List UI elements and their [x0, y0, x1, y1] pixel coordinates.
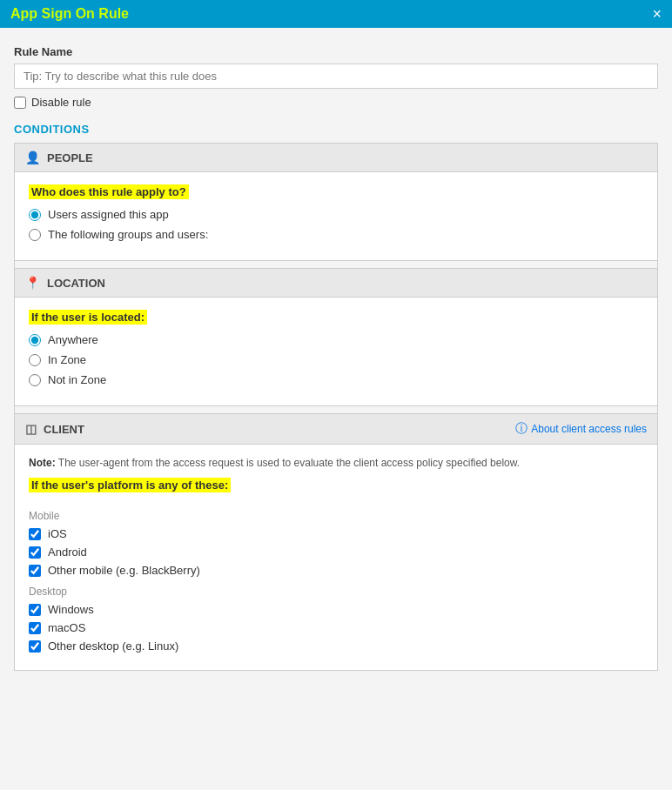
disable-rule-row: Disable rule [14, 96, 658, 109]
rule-name-input[interactable] [14, 64, 658, 89]
checkbox-other-desktop-label[interactable]: Other desktop (e.g. Linux) [48, 639, 178, 653]
radio-users-assigned[interactable] [29, 209, 41, 221]
radio-groups-users-label[interactable]: The following groups and users: [48, 228, 208, 241]
client-icon: ◫ [25, 422, 37, 436]
radio-option-not-in-zone: Not in Zone [29, 373, 643, 386]
client-section-header: ◫ CLIENT ⓘ About client access rules [15, 414, 657, 445]
radio-in-zone[interactable] [29, 354, 41, 366]
radio-option-anywhere: Anywhere [29, 333, 643, 346]
disable-rule-checkbox[interactable] [14, 97, 26, 109]
people-question: Who does this rule apply to? [29, 184, 189, 199]
checkbox-option-android: Android [29, 546, 643, 559]
desktop-category-label: Desktop [29, 586, 643, 598]
checkbox-option-ios: iOS [29, 527, 643, 540]
checkbox-option-windows: Windows [29, 603, 643, 616]
dialog-title: App Sign On Rule [10, 6, 129, 22]
client-note: Note: The user-agent from the access req… [29, 457, 643, 469]
disable-rule-label[interactable]: Disable rule [31, 96, 91, 109]
radio-not-in-zone[interactable] [29, 374, 41, 386]
checkbox-ios-label[interactable]: iOS [48, 527, 67, 540]
client-section-body: Note: The user-agent from the access req… [15, 445, 657, 670]
client-section-title: CLIENT [44, 423, 84, 436]
radio-users-assigned-label[interactable]: Users assigned this app [48, 208, 169, 221]
checkbox-option-other-desktop: Other desktop (e.g. Linux) [29, 639, 643, 653]
people-section-body: Who does this rule apply to? Users assig… [15, 172, 657, 260]
people-section: 👤 PEOPLE Who does this rule apply to? Us… [14, 143, 658, 261]
people-section-title: PEOPLE [47, 151, 93, 164]
main-content: Rule Name Disable rule CONDITIONS 👤 PEOP… [0, 28, 672, 688]
radio-anywhere-label[interactable]: Anywhere [48, 333, 98, 346]
note-label: Note: [29, 457, 56, 469]
panel-divider-1 [14, 261, 658, 268]
checkbox-ios[interactable] [29, 528, 41, 540]
checkbox-windows-label[interactable]: Windows [48, 603, 94, 616]
location-section-header: 📍 LOCATION [15, 269, 657, 298]
radio-option-users-assigned: Users assigned this app [29, 208, 643, 221]
location-section-body: If the user is located: Anywhere In Zone… [15, 298, 657, 405]
radio-in-zone-label[interactable]: In Zone [48, 353, 86, 366]
location-section-title: LOCATION [47, 277, 105, 290]
close-button[interactable]: × [652, 6, 662, 22]
checkbox-android-label[interactable]: Android [48, 546, 87, 559]
checkbox-windows[interactable] [29, 604, 41, 616]
conditions-heading: CONDITIONS [14, 123, 658, 136]
about-client-link[interactable]: ⓘ About client access rules [515, 421, 647, 437]
checkbox-option-macos: macOS [29, 621, 643, 634]
checkbox-macos[interactable] [29, 622, 41, 634]
people-icon: 👤 [25, 151, 40, 164]
radio-not-in-zone-label[interactable]: Not in Zone [48, 373, 106, 386]
checkbox-other-desktop[interactable] [29, 640, 41, 653]
client-question: If the user's platform is any of these: [29, 478, 231, 492]
rule-name-label: Rule Name [14, 45, 658, 58]
location-section: 📍 LOCATION If the user is located: Anywh… [14, 268, 658, 406]
panel-divider-2 [14, 406, 658, 413]
people-section-header: 👤 PEOPLE [15, 144, 657, 172]
radio-option-groups-users: The following groups and users: [29, 228, 643, 241]
title-bar: App Sign On Rule × [0, 0, 672, 28]
radio-groups-users[interactable] [29, 229, 41, 241]
checkbox-android[interactable] [29, 546, 41, 559]
location-icon: 📍 [25, 276, 40, 290]
checkbox-macos-label[interactable]: macOS [48, 621, 85, 634]
checkbox-other-mobile-label[interactable]: Other mobile (e.g. BlackBerry) [48, 564, 200, 577]
checkbox-option-other-mobile: Other mobile (e.g. BlackBerry) [29, 564, 643, 577]
about-client-link-text[interactable]: About client access rules [531, 423, 647, 435]
note-text-content: The user-agent from the access request i… [58, 457, 520, 469]
radio-anywhere[interactable] [29, 334, 41, 346]
location-question: If the user is located: [29, 310, 147, 325]
mobile-category-label: Mobile [29, 510, 643, 522]
info-icon: ⓘ [515, 421, 528, 437]
radio-option-in-zone: In Zone [29, 353, 643, 366]
checkbox-other-mobile[interactable] [29, 565, 41, 577]
client-section: ◫ CLIENT ⓘ About client access rules Not… [14, 413, 658, 671]
